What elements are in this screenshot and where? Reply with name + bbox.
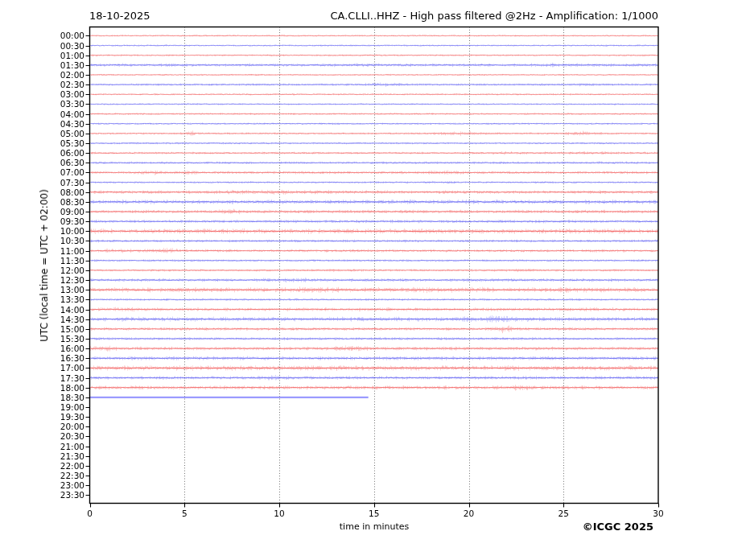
y-tick-label: 16:00: [0, 344, 84, 353]
y-tick-label: 03:30: [0, 99, 84, 109]
y-tick-label: 07:30: [0, 178, 84, 187]
y-tick-label: 14:30: [0, 315, 84, 324]
plot-date: 18-10-2025: [89, 10, 150, 22]
y-tick-label: 21:00: [0, 442, 84, 451]
y-tick-label: 17:00: [0, 363, 84, 373]
y-tick-label: 00:30: [0, 41, 84, 51]
y-tick-label: 03:00: [0, 89, 84, 99]
x-axis-label: time in minutes: [324, 521, 424, 532]
y-tick-label: 08:00: [0, 187, 84, 197]
y-tick-label: 04:30: [0, 119, 84, 129]
y-tick-label: 02:00: [0, 70, 84, 80]
y-tick-label: 01:30: [0, 60, 84, 70]
y-tick-label: 14:00: [0, 305, 84, 315]
y-tick-label: 23:00: [0, 480, 84, 490]
y-tick-label: 07:00: [0, 167, 84, 177]
y-tick-label: 18:30: [0, 393, 84, 402]
y-tick-label: 10:00: [0, 226, 84, 236]
copyright-credit: ©ICGC 2025: [583, 521, 653, 533]
y-tick-label: 22:00: [0, 461, 84, 471]
y-tick-label: 17:30: [0, 373, 84, 383]
helicorder-canvas: [0, 0, 746, 560]
y-tick-label: 20:30: [0, 431, 84, 441]
x-tick-label: 20: [451, 509, 487, 518]
y-tick-label: 16:30: [0, 353, 84, 363]
x-tick-label: 15: [357, 509, 392, 518]
y-tick-label: 23:30: [0, 490, 84, 500]
y-tick-label: 04:00: [0, 109, 84, 119]
helicorder-figure: 18-10-2025 CA.CLLI..HHZ - High pass filt…: [0, 0, 746, 560]
y-tick-label: 06:30: [0, 158, 84, 167]
y-tick-label: 21:30: [0, 451, 84, 461]
x-tick-label: 5: [167, 509, 202, 518]
y-tick-label: 09:30: [0, 216, 84, 226]
y-tick-label: 13:00: [0, 285, 84, 294]
y-tick-label: 15:30: [0, 334, 84, 344]
y-tick-label: 05:00: [0, 129, 84, 138]
plot-title: CA.CLLI..HHZ - High pass filtered @2Hz -…: [330, 10, 658, 22]
y-tick-label: 11:30: [0, 256, 84, 266]
y-tick-label: 02:30: [0, 80, 84, 89]
y-tick-label: 11:00: [0, 246, 84, 256]
y-tick-label: 06:00: [0, 148, 84, 158]
y-tick-label: 08:30: [0, 197, 84, 207]
y-tick-label: 09:00: [0, 207, 84, 216]
y-tick-label: 15:00: [0, 324, 84, 334]
x-tick-label: 30: [641, 509, 676, 518]
y-tick-label: 19:30: [0, 412, 84, 422]
x-tick-label: 10: [262, 509, 297, 518]
x-tick-label: 0: [72, 509, 108, 518]
y-tick-label: 19:00: [0, 402, 84, 412]
y-tick-label: 18:00: [0, 383, 84, 393]
y-tick-label: 00:00: [0, 31, 84, 40]
y-tick-label: 12:30: [0, 275, 84, 285]
y-tick-label: 22:30: [0, 471, 84, 480]
x-tick-label: 25: [546, 509, 581, 518]
y-tick-label: 05:30: [0, 138, 84, 148]
y-tick-label: 10:30: [0, 236, 84, 245]
y-tick-label: 01:00: [0, 51, 84, 60]
y-tick-label: 20:00: [0, 422, 84, 431]
y-tick-label: 12:00: [0, 266, 84, 275]
y-tick-label: 13:30: [0, 294, 84, 304]
